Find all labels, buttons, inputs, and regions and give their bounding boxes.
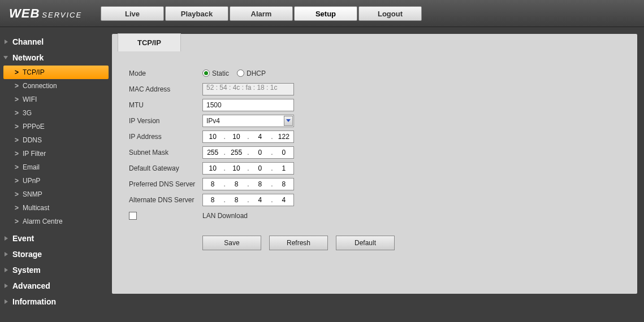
label-pdns: Preferred DNS Server <box>129 180 202 188</box>
sidebar-item-tcpip[interactable]: TCP/IP <box>3 66 109 79</box>
sidebar-group-information[interactable]: Information <box>0 294 112 310</box>
tab-logout[interactable]: Logout <box>358 6 422 21</box>
form: Mode Static DHCP MAC Address <box>112 34 637 250</box>
label-mtu: MTU <box>129 101 202 109</box>
sidebar-item-alarmcentre[interactable]: Alarm Centre <box>3 215 109 228</box>
label-mode: Mode <box>129 69 202 77</box>
radio-dhcp[interactable]: DHCP <box>237 69 266 77</box>
label-gateway: Default Gateway <box>129 164 202 172</box>
sidebar-item-pppoe[interactable]: PPPoE <box>3 120 109 133</box>
refresh-button[interactable]: Refresh <box>269 236 328 250</box>
tab-setup[interactable]: Setup <box>294 6 357 21</box>
default-button[interactable]: Default <box>336 236 395 250</box>
sidebar: Channel Network TCP/IP Connection WIFI 3… <box>0 27 112 322</box>
logo-sub: SERVICE <box>42 11 82 19</box>
save-button[interactable]: Save <box>202 236 261 250</box>
tab-playback[interactable]: Playback <box>165 6 228 21</box>
mac-input: 52 : 54 : 4c : fa : 18 : 1c <box>202 83 294 95</box>
sidebar-group-system[interactable]: System <box>0 262 112 278</box>
lan-checkbox-cell <box>129 212 202 220</box>
ipver-value: IPv4 <box>206 117 220 125</box>
sidebar-group-storage[interactable]: Storage <box>0 246 112 262</box>
header: WEBSERVICE Live Playback Alarm Setup Log… <box>0 0 644 27</box>
ipver-select[interactable]: IPv4 <box>202 115 294 127</box>
lan-download-checkbox[interactable] <box>129 212 137 220</box>
logo-main: WEB <box>9 6 40 20</box>
sidebar-item-multicast[interactable]: Multicast <box>3 201 109 215</box>
gateway-input[interactable]: 10. 10. 0. 1 <box>202 162 294 175</box>
label-ipaddr: IP Address <box>129 133 202 141</box>
button-row: Save Refresh Default <box>202 236 637 250</box>
adns-input[interactable]: 8. 8. 4. 4 <box>202 194 294 206</box>
content: TCP/IP Mode Static DHCP <box>112 27 644 322</box>
sidebar-item-wifi[interactable]: WIFI <box>3 93 109 106</box>
mtu-input[interactable] <box>202 99 294 111</box>
sidebar-network-items: TCP/IP Connection WIFI 3G PPPoE DDNS IP … <box>0 66 112 230</box>
mode-radio-group: Static DHCP <box>202 69 266 77</box>
sidebar-item-ipfilter[interactable]: IP Filter <box>3 147 109 160</box>
label-adns: Alternate DNS Server <box>129 196 202 204</box>
sidebar-group-event[interactable]: Event <box>0 230 112 246</box>
panel: TCP/IP Mode Static DHCP <box>112 34 637 294</box>
sidebar-item-upnp[interactable]: UPnP <box>3 174 109 188</box>
ip-input[interactable]: 10. 10. 4. 122 <box>202 130 294 143</box>
sidebar-item-connection[interactable]: Connection <box>3 79 109 93</box>
sidebar-item-email[interactable]: Email <box>3 160 109 174</box>
logo: WEBSERVICE <box>0 6 101 21</box>
sidebar-group-channel[interactable]: Channel <box>0 34 112 50</box>
radio-static-icon <box>202 69 210 77</box>
subnet-input[interactable]: 255. 255. 0. 0 <box>202 146 294 159</box>
tab-live[interactable]: Live <box>101 6 164 21</box>
label-subnet: Subnet Mask <box>129 149 202 156</box>
panel-tab-tcpip[interactable]: TCP/IP <box>118 33 181 51</box>
sidebar-item-ddns[interactable]: DDNS <box>3 133 109 147</box>
radio-dhcp-label: DHCP <box>247 69 266 77</box>
label-mac: MAC Address <box>129 85 202 93</box>
sidebar-group-network[interactable]: Network <box>0 50 112 66</box>
tab-alarm[interactable]: Alarm <box>230 6 293 21</box>
sidebar-group-advanced[interactable]: Advanced <box>0 278 112 294</box>
chevron-down-icon <box>284 116 293 126</box>
label-lan: LAN Download <box>202 212 248 220</box>
label-ipver: IP Version <box>129 117 202 125</box>
pdns-input[interactable]: 8. 8. 8. 8 <box>202 178 294 190</box>
radio-static-label: Static <box>212 69 229 77</box>
radio-dhcp-icon <box>237 69 244 77</box>
sidebar-item-snmp[interactable]: SNMP <box>3 188 109 201</box>
radio-static[interactable]: Static <box>202 69 229 77</box>
sidebar-item-3g[interactable]: 3G <box>3 106 109 120</box>
top-tabs: Live Playback Alarm Setup Logout <box>101 6 422 21</box>
